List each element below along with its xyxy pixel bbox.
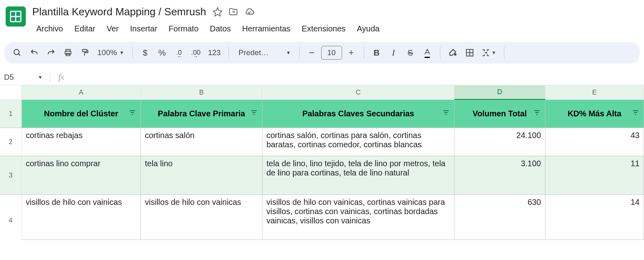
font-name: Predet… [239, 48, 269, 57]
separator [364, 47, 364, 59]
menu-ayuda[interactable]: Ayuda [352, 22, 384, 36]
filter-icon[interactable] [533, 109, 541, 119]
font-family-select[interactable]: Predet… ▼ [234, 48, 294, 57]
formula-bar: D5 ▼ fx [0, 69, 644, 85]
menu-herramientas[interactable]: Herramientas [237, 22, 295, 36]
column-header-b[interactable]: B [141, 85, 262, 100]
cell[interactable]: 14 [545, 195, 644, 240]
cell[interactable]: 3.100 [454, 156, 545, 195]
borders-button[interactable] [462, 45, 477, 60]
table-header-cluster[interactable]: Nombre del Clúster [22, 100, 141, 128]
filter-icon[interactable] [632, 109, 640, 119]
filter-icon[interactable] [250, 109, 258, 119]
menu-datos[interactable]: Datos [205, 22, 235, 36]
font-size-input[interactable]: 10 [321, 46, 342, 60]
separator [299, 47, 299, 59]
table-header-kd[interactable]: KD% Más Alta [545, 100, 644, 128]
sheets-logo[interactable] [6, 6, 26, 27]
undo-icon[interactable] [27, 45, 42, 60]
table-header-secondary[interactable]: Palabras Claves Secundarias [262, 100, 454, 128]
row-header-1[interactable]: 1 [0, 100, 22, 128]
fx-icon: fx [58, 72, 64, 82]
menu-bar: Archivo Editar Ver Insertar Formato Dato… [31, 22, 638, 36]
cell[interactable]: visillos de hilo con vainicas [141, 195, 262, 240]
cell[interactable]: cortinas rebajas [22, 128, 141, 156]
cell[interactable]: visillos de hilo con vainicas [22, 195, 141, 240]
menu-editar[interactable]: Editar [70, 22, 100, 36]
chevron-down-icon: ▼ [120, 50, 124, 56]
strikethrough-button[interactable]: S [403, 45, 418, 60]
percent-format-button[interactable]: % [155, 45, 170, 60]
svg-point-9 [454, 54, 456, 56]
move-folder-icon[interactable] [228, 7, 238, 17]
svg-line-4 [19, 54, 21, 56]
cell[interactable]: cortinas salón [141, 128, 262, 156]
chevron-down-icon: ▼ [38, 74, 43, 80]
filter-icon[interactable] [128, 109, 136, 119]
column-header-d[interactable]: D [454, 85, 545, 100]
italic-button[interactable]: I [386, 45, 401, 60]
increase-decimal-button[interactable]: .00→ [188, 45, 204, 60]
cell[interactable]: cortinas salón, cortinas para salón, cor… [262, 128, 454, 156]
row-header-3[interactable]: 3 [0, 156, 22, 195]
name-box[interactable]: D5 ▼ [0, 73, 47, 82]
separator [504, 47, 504, 59]
table-header-volume[interactable]: Volumen Total [454, 100, 545, 128]
svg-point-3 [14, 50, 19, 55]
paint-format-icon[interactable] [77, 45, 93, 60]
currency-format-button[interactable]: $ [138, 45, 153, 60]
select-all-corner[interactable] [0, 85, 22, 100]
chevron-down-icon: ▼ [286, 50, 291, 56]
spreadsheet-grid: A B C D E 1 Nombre del Clúster Palabra C… [0, 85, 644, 240]
svg-rect-8 [83, 50, 87, 52]
cell[interactable]: 11 [545, 156, 644, 195]
menu-ver[interactable]: Ver [102, 22, 124, 36]
cell[interactable]: visillos de hilo con vainicas, cortinas … [262, 195, 454, 240]
separator [50, 72, 50, 83]
merge-cells-button[interactable]: ▼ [479, 45, 499, 60]
text-color-button[interactable]: A [420, 45, 435, 60]
decrease-font-button[interactable]: − [304, 45, 320, 60]
increase-font-button[interactable]: + [344, 45, 359, 60]
column-header-e[interactable]: E [545, 85, 644, 100]
column-header-a[interactable]: A [22, 85, 141, 100]
decrease-decimal-button[interactable]: .0← [171, 45, 187, 60]
cell[interactable]: 630 [454, 195, 545, 240]
column-header-c[interactable]: C [262, 85, 454, 100]
app-header: Plantilla Keyword Mapping / Semrush Arch… [0, 0, 644, 36]
separator [132, 47, 133, 59]
more-formats-button[interactable]: 123 [205, 45, 224, 60]
cell[interactable]: tela de lino, lino tejido, tela de lino … [262, 156, 454, 195]
cloud-saved-icon[interactable] [244, 6, 255, 17]
row-header-4[interactable]: 4 [0, 195, 22, 240]
fill-color-button[interactable] [445, 45, 460, 60]
cell-reference: D5 [4, 73, 14, 82]
menu-formato[interactable]: Formato [164, 22, 203, 36]
zoom-value: 100% [97, 48, 117, 57]
toolbar: 100% ▼ $ % .0← .00→ 123 Predet… ▼ − 10 +… [4, 42, 640, 64]
bold-button[interactable]: B [369, 45, 384, 60]
menu-insertar[interactable]: Insertar [125, 22, 162, 36]
sheets-icon [9, 10, 23, 23]
formula-input[interactable] [64, 69, 644, 85]
menu-extensiones[interactable]: Extensiones [297, 22, 351, 36]
menu-archivo[interactable]: Archivo [31, 22, 68, 36]
star-icon[interactable] [213, 7, 223, 17]
table-header-primary[interactable]: Palabra Clave Primaria [141, 100, 262, 128]
cell[interactable]: 43 [545, 128, 644, 156]
cell[interactable]: cortinas lino comprar [22, 156, 141, 195]
row-header-2[interactable]: 2 [0, 128, 22, 156]
redo-icon[interactable] [43, 45, 59, 60]
cell[interactable]: tela lino [141, 156, 262, 195]
separator [440, 47, 440, 59]
chevron-down-icon: ▼ [491, 50, 496, 56]
separator [229, 47, 229, 59]
cell[interactable]: 24.100 [454, 128, 545, 156]
zoom-select[interactable]: 100% ▼ [94, 48, 128, 57]
document-title[interactable]: Plantilla Keyword Mapping / Semrush [31, 4, 207, 20]
print-icon[interactable] [60, 45, 76, 60]
filter-icon[interactable] [442, 109, 450, 119]
search-icon[interactable] [10, 45, 25, 60]
